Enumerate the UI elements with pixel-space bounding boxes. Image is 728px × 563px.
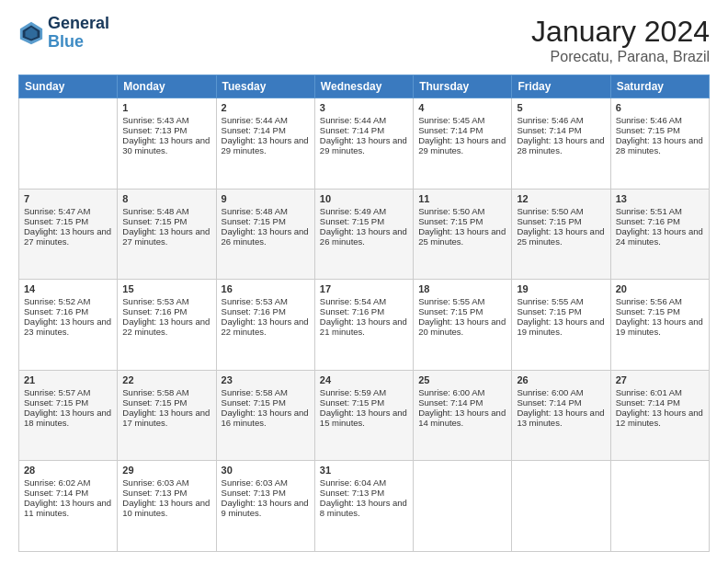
- sunset-text: Sunset: 7:13 PM: [222, 488, 310, 498]
- week-row-5: 28Sunrise: 6:02 AMSunset: 7:14 PMDayligh…: [19, 461, 710, 552]
- logo: General Blue: [18, 15, 109, 52]
- calendar-cell: 17Sunrise: 5:54 AMSunset: 7:16 PMDayligh…: [314, 280, 413, 371]
- calendar-cell: 7Sunrise: 5:47 AMSunset: 7:15 PMDaylight…: [19, 189, 118, 280]
- calendar-cell: 27Sunrise: 6:01 AMSunset: 7:14 PMDayligh…: [610, 370, 709, 461]
- sunrise-text: Sunrise: 5:55 AM: [517, 296, 605, 306]
- sunrise-text: Sunrise: 6:04 AM: [320, 477, 408, 488]
- daylight-text: Daylight: 13 hours and 26 minutes.: [222, 226, 310, 247]
- logo-icon: [18, 20, 44, 46]
- sunset-text: Sunset: 7:15 PM: [320, 397, 408, 408]
- calendar-cell: 28Sunrise: 6:02 AMSunset: 7:14 PMDayligh…: [19, 461, 118, 552]
- daylight-text: Daylight: 13 hours and 22 minutes.: [222, 316, 310, 337]
- daylight-text: Daylight: 13 hours and 19 minutes.: [517, 316, 605, 337]
- day-number: 13: [616, 193, 704, 204]
- sunrise-text: Sunrise: 6:03 AM: [222, 477, 310, 488]
- daylight-text: Daylight: 13 hours and 26 minutes.: [320, 226, 408, 247]
- calendar-cell: 30Sunrise: 6:03 AMSunset: 7:13 PMDayligh…: [216, 461, 314, 552]
- day-number: 22: [122, 374, 210, 385]
- calendar-cell: 31Sunrise: 6:04 AMSunset: 7:13 PMDayligh…: [314, 461, 413, 552]
- week-row-4: 21Sunrise: 5:57 AMSunset: 7:15 PMDayligh…: [19, 370, 710, 461]
- day-number: 9: [222, 193, 310, 204]
- sunrise-text: Sunrise: 5:57 AM: [24, 387, 112, 397]
- daylight-text: Daylight: 13 hours and 27 minutes.: [24, 226, 112, 247]
- calendar-cell: 25Sunrise: 6:00 AMSunset: 7:14 PMDayligh…: [414, 370, 512, 461]
- sunrise-text: Sunrise: 5:48 AM: [122, 206, 210, 216]
- sunset-text: Sunset: 7:14 PM: [418, 397, 506, 408]
- sunrise-text: Sunrise: 5:55 AM: [418, 296, 506, 306]
- sunrise-text: Sunrise: 5:44 AM: [320, 115, 408, 125]
- sunset-text: Sunset: 7:15 PM: [616, 306, 704, 316]
- day-number: 18: [418, 283, 506, 294]
- sunset-text: Sunset: 7:14 PM: [517, 397, 605, 408]
- day-number: 29: [122, 465, 210, 476]
- daylight-text: Daylight: 13 hours and 23 minutes.: [24, 316, 112, 337]
- col-header-tuesday: Tuesday: [216, 75, 314, 98]
- day-number: 15: [122, 283, 210, 294]
- sunset-text: Sunset: 7:16 PM: [616, 216, 704, 226]
- sunrise-text: Sunrise: 5:46 AM: [517, 115, 605, 125]
- sunset-text: Sunset: 7:16 PM: [24, 306, 112, 316]
- daylight-text: Daylight: 13 hours and 25 minutes.: [517, 226, 605, 247]
- sunset-text: Sunset: 7:13 PM: [122, 125, 210, 135]
- daylight-text: Daylight: 13 hours and 22 minutes.: [122, 316, 210, 337]
- sunrise-text: Sunrise: 5:53 AM: [222, 296, 310, 306]
- calendar-cell: 5Sunrise: 5:46 AMSunset: 7:14 PMDaylight…: [512, 98, 610, 190]
- daylight-text: Daylight: 13 hours and 29 minutes.: [320, 135, 408, 155]
- calendar-cell: 18Sunrise: 5:55 AMSunset: 7:15 PMDayligh…: [414, 280, 512, 371]
- sunset-text: Sunset: 7:14 PM: [616, 397, 704, 408]
- daylight-text: Daylight: 13 hours and 29 minutes.: [222, 135, 310, 155]
- calendar-cell: 24Sunrise: 5:59 AMSunset: 7:15 PMDayligh…: [314, 370, 413, 461]
- sunset-text: Sunset: 7:15 PM: [122, 397, 210, 408]
- sunrise-text: Sunrise: 5:52 AM: [24, 296, 112, 306]
- daylight-text: Daylight: 13 hours and 18 minutes.: [24, 408, 112, 428]
- calendar-cell: 16Sunrise: 5:53 AMSunset: 7:16 PMDayligh…: [216, 280, 314, 371]
- calendar-cell: 13Sunrise: 5:51 AMSunset: 7:16 PMDayligh…: [610, 189, 709, 280]
- day-number: 14: [24, 283, 112, 294]
- calendar-cell: [414, 461, 512, 552]
- day-number: 7: [24, 193, 112, 204]
- daylight-text: Daylight: 13 hours and 20 minutes.: [418, 316, 506, 337]
- calendar-cell: 15Sunrise: 5:53 AMSunset: 7:16 PMDayligh…: [118, 280, 216, 371]
- calendar-cell: 4Sunrise: 5:45 AMSunset: 7:14 PMDaylight…: [414, 98, 512, 190]
- daylight-text: Daylight: 13 hours and 9 minutes.: [222, 498, 310, 518]
- sunrise-text: Sunrise: 5:51 AM: [616, 206, 704, 216]
- calendar-cell: 14Sunrise: 5:52 AMSunset: 7:16 PMDayligh…: [19, 280, 118, 371]
- col-header-friday: Friday: [512, 75, 610, 98]
- calendar-cell: 26Sunrise: 6:00 AMSunset: 7:14 PMDayligh…: [512, 370, 610, 461]
- day-number: 23: [222, 374, 310, 385]
- calendar-cell: 19Sunrise: 5:55 AMSunset: 7:15 PMDayligh…: [512, 280, 610, 371]
- day-number: 8: [122, 193, 210, 204]
- daylight-text: Daylight: 13 hours and 30 minutes.: [122, 135, 210, 155]
- day-number: 3: [320, 102, 408, 113]
- sunrise-text: Sunrise: 6:00 AM: [418, 387, 506, 397]
- day-number: 27: [616, 374, 704, 385]
- sunset-text: Sunset: 7:14 PM: [222, 125, 310, 135]
- day-number: 21: [24, 374, 112, 385]
- sunset-text: Sunset: 7:15 PM: [24, 216, 112, 226]
- day-number: 31: [320, 465, 408, 476]
- sunset-text: Sunset: 7:15 PM: [517, 216, 605, 226]
- sunrise-text: Sunrise: 5:54 AM: [320, 296, 408, 306]
- calendar-cell: 1Sunrise: 5:43 AMSunset: 7:13 PMDaylight…: [118, 98, 216, 190]
- sunset-text: Sunset: 7:15 PM: [418, 306, 506, 316]
- day-number: 25: [418, 374, 506, 385]
- day-number: 6: [616, 102, 704, 113]
- calendar-cell: 8Sunrise: 5:48 AMSunset: 7:15 PMDaylight…: [118, 189, 216, 280]
- daylight-text: Daylight: 13 hours and 25 minutes.: [418, 226, 506, 247]
- calendar-cell: 11Sunrise: 5:50 AMSunset: 7:15 PMDayligh…: [414, 189, 512, 280]
- sunset-text: Sunset: 7:13 PM: [320, 488, 408, 498]
- calendar-table: SundayMondayTuesdayWednesdayThursdayFrid…: [18, 75, 710, 552]
- col-header-saturday: Saturday: [610, 75, 709, 98]
- sunset-text: Sunset: 7:14 PM: [24, 488, 112, 498]
- sunrise-text: Sunrise: 5:43 AM: [122, 115, 210, 125]
- daylight-text: Daylight: 13 hours and 28 minutes.: [616, 135, 704, 155]
- daylight-text: Daylight: 13 hours and 10 minutes.: [122, 498, 210, 518]
- daylight-text: Daylight: 13 hours and 16 minutes.: [222, 408, 310, 428]
- sunrise-text: Sunrise: 5:44 AM: [222, 115, 310, 125]
- sunrise-text: Sunrise: 5:50 AM: [418, 206, 506, 216]
- calendar-title: January 2024: [531, 15, 710, 49]
- day-number: 4: [418, 102, 506, 113]
- week-row-2: 7Sunrise: 5:47 AMSunset: 7:15 PMDaylight…: [19, 189, 710, 280]
- calendar-cell: 20Sunrise: 5:56 AMSunset: 7:15 PMDayligh…: [610, 280, 709, 371]
- sunrise-text: Sunrise: 5:48 AM: [222, 206, 310, 216]
